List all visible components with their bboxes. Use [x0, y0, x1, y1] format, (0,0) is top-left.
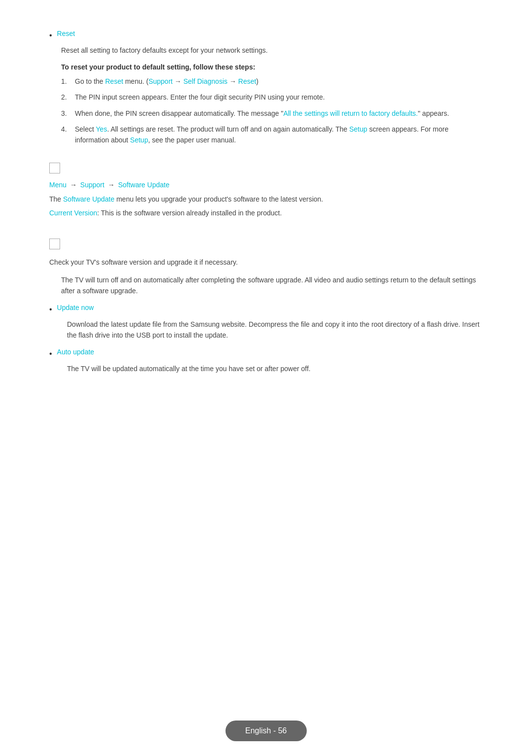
factory-defaults-link[interactable]: All the settings will return to factory … — [283, 109, 418, 117]
step-3-num: 3. — [61, 108, 75, 119]
support-link-2[interactable]: Support — [80, 181, 104, 189]
step-3: 3. When done, the PIN screen disappear a… — [61, 108, 483, 119]
support-link-1[interactable]: Support — [148, 77, 172, 85]
software-update-nav-link[interactable]: Software Update — [118, 181, 169, 189]
check-section: Check your TV's software version and upg… — [49, 257, 483, 268]
divider-box-1 — [49, 163, 60, 173]
footer-label: English - 56 — [245, 726, 287, 735]
update-now-link[interactable]: Update now — [57, 304, 94, 311]
reset-menu-link[interactable]: Reset — [105, 77, 123, 85]
setup-link-1[interactable]: Setup — [349, 125, 367, 133]
page-content: • Reset Reset all setting to factory def… — [0, 0, 532, 441]
current-version-line: Current Version: This is the software ve… — [49, 207, 483, 218]
indented-block: The TV will turn off and on automaticall… — [61, 275, 483, 297]
menu-link[interactable]: Menu — [49, 181, 66, 189]
reset-bullet-item: • Reset — [49, 30, 483, 41]
update-now-desc: Download the latest update file from the… — [67, 319, 483, 341]
step-4: 4. Select Yes. All settings are reset. T… — [61, 124, 483, 146]
nav-arrow-2: → — [108, 181, 117, 189]
update-now-section: • Update now Download the latest update … — [49, 304, 483, 341]
step-1: 1. Go to the Reset menu. (Support → Self… — [61, 76, 483, 87]
divider-box-2 — [49, 239, 60, 249]
reset-link[interactable]: Reset — [57, 30, 75, 37]
step-1-num: 1. — [61, 76, 75, 87]
current-version-text: : This is the software version already i… — [97, 209, 282, 217]
self-diagnosis-link[interactable]: Self Diagnosis — [183, 77, 228, 85]
reset-heading: To reset your product to default setting… — [61, 63, 483, 71]
reset-description: Reset all setting to factory defaults ex… — [61, 45, 483, 56]
step-2: 2. The PIN input screen appears. Enter t… — [61, 92, 483, 103]
auto-update-bullet: • Auto update — [49, 348, 483, 359]
reset-link-2[interactable]: Reset — [238, 77, 257, 85]
setup-link-2[interactable]: Setup — [130, 136, 148, 144]
arrow-1: → — [172, 77, 183, 85]
update-now-bullet: • Update now — [49, 304, 483, 315]
arrow-2: → — [228, 77, 238, 85]
bullet-dot-2: • — [49, 304, 52, 315]
step-2-text: The PIN input screen appears. Enter the … — [75, 92, 483, 103]
steps-list: 1. Go to the Reset menu. (Support → Self… — [61, 76, 483, 146]
step-2-num: 2. — [61, 92, 75, 103]
reset-section: • Reset Reset all setting to factory def… — [49, 30, 483, 146]
step-1-text: Go to the Reset menu. (Support → Self Di… — [75, 76, 483, 87]
bullet-dot: • — [49, 30, 52, 41]
auto-update-desc: The TV will be updated automatically at … — [67, 363, 483, 374]
nav-path: Menu → Support → Software Update — [49, 181, 483, 189]
nav-arrow-1: → — [70, 181, 79, 189]
auto-update-section: • Auto update The TV will be updated aut… — [49, 348, 483, 375]
page-footer: English - 56 — [226, 721, 307, 741]
step-3-text: When done, the PIN screen disappear auto… — [75, 108, 483, 119]
bullet-dot-3: • — [49, 348, 52, 359]
yes-link[interactable]: Yes — [96, 125, 107, 133]
auto-update-link[interactable]: Auto update — [57, 348, 95, 356]
step-4-text: Select Yes. All settings are reset. The … — [75, 124, 483, 146]
step-4-num: 4. — [61, 124, 75, 146]
software-update-description: The Software Update menu lets you upgrad… — [49, 194, 483, 205]
software-update-inline-link[interactable]: Software Update — [63, 195, 114, 203]
current-version-label[interactable]: Current Version — [49, 209, 97, 217]
